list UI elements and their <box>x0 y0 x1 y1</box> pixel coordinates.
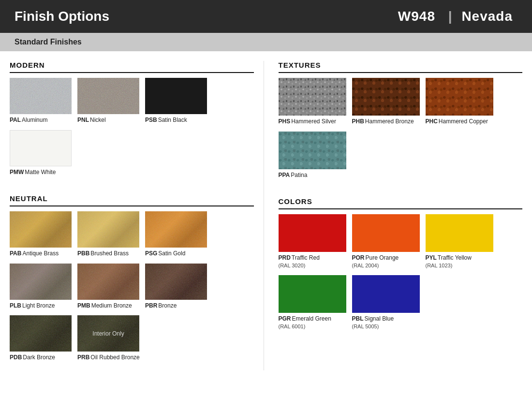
swatch-code: PMB <box>77 302 90 309</box>
list-item: PPAPatina <box>279 132 346 179</box>
spacer <box>10 185 254 194</box>
swatch-label: PMBMedium Bronze <box>77 302 132 310</box>
model-number: W948 <box>398 9 435 24</box>
swatch-code: PBL <box>352 315 364 322</box>
swatch-code: PBR <box>145 302 157 309</box>
swatch-psg <box>145 211 207 248</box>
swatch-phb <box>352 78 420 116</box>
list-item: PHBHammered Bronze <box>352 78 420 126</box>
list-item: PLBLight Bronze <box>10 264 72 310</box>
swatch-code: PNL <box>77 117 89 123</box>
noise-overlay <box>10 264 72 300</box>
swatch-code: PLB <box>10 302 21 309</box>
model-identifier: W948 | Nevada <box>398 9 517 24</box>
section-bar: Standard Finishes <box>0 33 532 51</box>
swatch-pmw <box>10 130 72 166</box>
swatch-code: PSG <box>145 250 157 257</box>
noise-overlay <box>10 211 72 248</box>
swatch-sub: (RAL 1023) <box>426 263 453 268</box>
swatch-code: PYL <box>426 254 437 261</box>
page-title: Finish Options <box>15 9 109 24</box>
list-item: Interior Only PRBOil Rubbed Bronze <box>77 315 140 362</box>
textures-section-title: TEXTURES <box>279 61 523 73</box>
swatch-name: Antique Brass <box>22 250 59 257</box>
swatch-name: Traffic Yellow <box>438 254 472 261</box>
swatch-name: Signal Blue <box>365 315 394 322</box>
swatch-name: Hammered Bronze <box>365 118 414 125</box>
swatch-name: Matte White <box>25 169 56 176</box>
swatch-code: PDB <box>10 354 22 361</box>
swatch-code: PAB <box>10 250 21 257</box>
swatch-phc <box>426 78 493 116</box>
swatch-name: Pure Orange <box>366 254 399 261</box>
swatch-name: Satin Black <box>158 117 187 123</box>
list-item: PBBBrushed Brass <box>77 211 139 258</box>
swatch-label: PDBDark Bronze <box>10 354 55 362</box>
right-panel: TEXTURES PHSHammered Silver PHBHammered … <box>274 61 523 370</box>
swatch-label: PLBLight Bronze <box>10 302 55 310</box>
swatch-label: PPAPatina <box>279 172 308 179</box>
swatch-code: PAL <box>10 117 21 123</box>
neutral-section-title: NEUTRAL <box>10 194 254 206</box>
list-item: PRDTraffic Red (RAL 3020) <box>279 214 346 269</box>
swatch-code: PRB <box>77 354 89 361</box>
swatch-plb <box>10 264 72 300</box>
swatch-label: PYLTraffic Yellow (RAL 1023) <box>426 254 472 269</box>
swatch-name: Brushed Brass <box>90 250 129 257</box>
swatch-name: Hammered Silver <box>291 118 336 125</box>
modern-swatches: PALAluminum PNLNickel PSBSatin Black <box>10 78 254 176</box>
noise-overlay <box>77 211 139 248</box>
swatch-name: Emerald Green <box>292 315 331 322</box>
swatch-name: Traffic Red <box>292 254 320 261</box>
swatch-name: Hammered Copper <box>439 118 488 125</box>
main-content: MODERN PALAluminum PNLNickel <box>0 51 532 380</box>
swatch-label: PNLNickel <box>77 117 106 124</box>
swatch-code: PMW <box>10 169 24 176</box>
colors-swatches: PRDTraffic Red (RAL 3020) PORPure Orange… <box>279 214 523 330</box>
swatch-label: PRDTraffic Red (RAL 3020) <box>279 254 320 269</box>
swatch-label: PHSHammered Silver <box>279 118 336 126</box>
swatch-pdb <box>10 315 72 352</box>
swatch-code: PHS <box>279 118 291 125</box>
noise-overlay <box>145 211 207 248</box>
swatch-prb: Interior Only <box>77 315 139 352</box>
list-item: PBLSignal Blue (RAL 5005) <box>352 275 420 330</box>
textures-swatches: PHSHammered Silver PHBHammered Bronze PH… <box>279 78 523 179</box>
noise-overlay <box>77 78 139 114</box>
swatch-code: PGR <box>279 315 291 322</box>
swatch-name: Bronze <box>158 302 177 309</box>
swatch-por <box>352 214 420 252</box>
swatch-code: POR <box>352 254 365 261</box>
noise-overlay <box>10 78 72 114</box>
modern-section-title: MODERN <box>10 61 254 73</box>
list-item: PABAntique Brass <box>10 211 72 258</box>
standard-finishes-label: Standard Finishes <box>15 38 82 46</box>
swatch-pab <box>10 211 72 248</box>
swatch-pbr <box>145 264 207 300</box>
list-item: PNLNickel <box>77 78 139 124</box>
list-item: PDBDark Bronze <box>10 315 72 362</box>
swatch-sub: (RAL 5005) <box>352 323 379 329</box>
swatch-label: PBBBrushed Brass <box>77 250 129 258</box>
swatch-name: Patina <box>291 172 307 178</box>
list-item: PMWMatte White <box>10 130 72 176</box>
noise-overlay <box>10 315 72 352</box>
model-name: Nevada <box>461 9 513 24</box>
swatch-sub: (RAL 6001) <box>279 323 306 329</box>
swatch-name: Light Bronze <box>22 302 55 309</box>
colors-section-title: COLORS <box>279 197 523 209</box>
swatch-label: PRBOil Rubbed Bronze <box>77 354 140 362</box>
swatch-phs <box>279 78 346 116</box>
swatch-sub: (RAL 3020) <box>279 263 306 268</box>
swatch-prd <box>279 214 346 252</box>
left-panel: MODERN PALAluminum PNLNickel <box>10 61 264 370</box>
interior-only-label: Interior Only <box>92 329 124 338</box>
list-item: PALAluminum <box>10 78 72 124</box>
list-item: PBRBronze <box>145 264 207 310</box>
list-item: PYLTraffic Yellow (RAL 1023) <box>426 214 493 269</box>
swatch-ppa <box>279 132 346 169</box>
swatch-name: Dark Bronze <box>23 354 55 361</box>
swatch-label: PHCHammered Copper <box>426 118 488 126</box>
swatch-code: PHC <box>426 118 438 125</box>
swatch-label: PABAntique Brass <box>10 250 59 258</box>
